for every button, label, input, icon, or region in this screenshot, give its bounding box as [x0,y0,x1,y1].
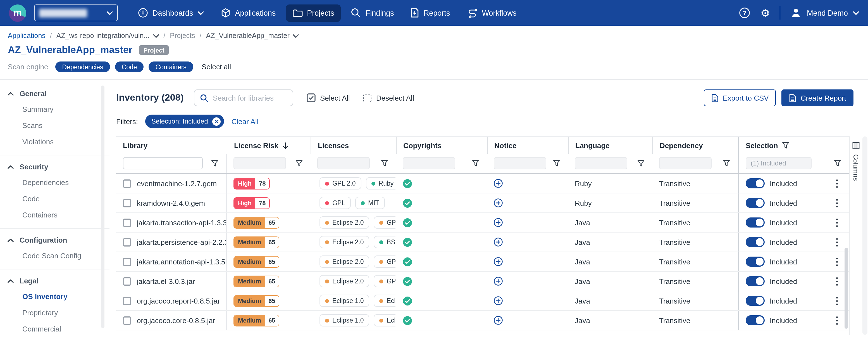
page-scrollbar-track[interactable] [862,136,867,335]
selection-toggle[interactable] [746,315,765,325]
scan-engine-chip-containers[interactable]: Containers [149,61,193,72]
sidebar-section-header-general[interactable]: General [0,86,110,101]
notice-expand-icon[interactable] [494,257,503,266]
sidebar-item-code-scan-config[interactable]: Code Scan Config [0,248,110,264]
sidebar-scrollbar[interactable] [101,86,104,328]
breadcrumb-dropdown[interactable]: AZ_VulnerableApp_master [206,32,299,40]
license-dot-red [325,201,329,205]
selection-toggle[interactable] [746,296,765,306]
mend-logo-icon[interactable]: m [9,4,26,22]
row-menu-kebab[interactable] [834,216,840,229]
row-menu-kebab[interactable] [834,197,840,209]
scan-engine-chip-dependencies[interactable]: Dependencies [56,61,110,72]
scan-engine-chip-code[interactable]: Code [115,61,144,72]
column-header-library[interactable]: Library [116,137,227,154]
breadcrumb-link[interactable]: Applications [8,32,45,40]
sidebar-item-dependencies[interactable]: Dependencies [0,174,110,191]
nav-item-projects[interactable]: Projects [286,4,341,22]
nav-item-workflows[interactable]: Workflows [460,3,523,22]
notice-expand-icon[interactable] [494,316,503,325]
notice-expand-icon[interactable] [494,237,503,247]
notice-expand-icon[interactable] [494,218,503,227]
column-header-licenses[interactable]: Licenses [311,137,396,154]
selection-toggle[interactable] [746,237,765,247]
sidebar-section-header-configuration[interactable]: Configuration [0,232,110,248]
sidebar-item-summary[interactable]: Summary [0,101,110,117]
selection-toggle[interactable] [746,257,765,267]
selection-toggle[interactable] [746,198,765,208]
search-input[interactable] [213,94,286,102]
sidebar-item-os-inventory[interactable]: OS Inventory [0,288,110,305]
nav-item-dashboards[interactable]: Dashboards [131,3,211,22]
library-filter-input[interactable] [123,157,203,169]
deselect-all-button[interactable]: Deselect All [363,94,414,102]
row-checkbox[interactable] [123,257,131,266]
license-dot-orange [379,299,383,303]
row-menu-kebab[interactable] [834,177,840,190]
help-icon[interactable]: ? [739,7,750,19]
user-menu[interactable]: Mend Demo [790,7,859,19]
breadcrumb-dropdown[interactable]: AZ_ws-repo-integration/vuln... [56,32,159,40]
row-menu-kebab[interactable] [834,294,840,307]
nav-item-reports[interactable]: Reports [404,3,457,22]
sidebar-item-commercial[interactable]: Commercial [0,321,110,337]
license-dot-orange [379,221,383,224]
funnel-icon[interactable] [211,160,218,167]
funnel-icon[interactable] [723,160,730,167]
row-menu-kebab[interactable] [834,314,840,327]
row-checkbox[interactable] [123,238,131,246]
notice-expand-icon[interactable] [494,296,503,305]
sidebar-section-header-legal[interactable]: Legal [0,273,110,288]
funnel-icon[interactable] [637,160,645,167]
row-checkbox[interactable] [123,296,131,305]
column-header-notice[interactable]: Notice [487,137,568,154]
row-checkbox[interactable] [123,277,131,285]
nav-item-applications[interactable]: Applications [214,3,283,22]
sidebar-section-security: SecurityDependenciesCodeContainers [0,155,110,229]
clear-all-filters-link[interactable]: Clear All [231,117,258,125]
selection-toggle[interactable] [746,218,765,228]
funnel-icon[interactable] [381,160,388,167]
funnel-icon[interactable] [782,142,789,149]
selection-filter-value[interactable]: (1) Included [746,157,812,169]
column-header-language[interactable]: Language [568,137,652,154]
sidebar-item-violations[interactable]: Violations [0,134,110,150]
selection-toggle[interactable] [746,178,765,189]
settings-gear-icon[interactable]: ⚙ [761,7,770,18]
row-menu-kebab[interactable] [834,236,840,249]
row-menu-kebab[interactable] [834,255,840,268]
sidebar-item-proprietary[interactable]: Proprietary [0,305,110,321]
row-checkbox[interactable] [123,179,131,188]
column-header-copyrights[interactable]: Copyrights [396,137,487,154]
row-checkbox[interactable] [123,316,131,324]
sidebar-item-containers[interactable]: Containers [0,207,110,223]
create-report-button[interactable]: Create Report [782,89,854,106]
export-to-csv-button[interactable]: Export to CSV [704,89,776,106]
org-selector-dropdown[interactable] [34,4,118,21]
sidebar-section-header-security[interactable]: Security [0,159,110,174]
column-header-label: Licenses [318,141,349,149]
select-all-button[interactable]: Select All [307,93,350,102]
row-checkbox[interactable] [123,218,131,227]
funnel-icon[interactable] [553,160,560,167]
notice-expand-icon[interactable] [494,277,503,286]
sidebar-item-scans[interactable]: Scans [0,117,110,134]
columns-rail[interactable]: Columns [849,136,862,335]
row-menu-kebab[interactable] [834,275,840,288]
remove-filter-icon[interactable]: ✕ [213,117,221,125]
row-checkbox[interactable] [123,199,131,207]
funnel-icon[interactable] [834,160,841,167]
sidebar-item-code[interactable]: Code [0,191,110,207]
column-header-license-risk[interactable]: License Risk [227,137,311,154]
column-header-dependency[interactable]: Dependency [652,137,738,154]
funnel-icon[interactable] [472,160,479,167]
funnel-icon[interactable] [296,160,303,167]
nav-item-findings[interactable]: Findings [344,3,401,22]
notice-expand-icon[interactable] [494,179,503,188]
scan-engine-select-all[interactable]: Select all [202,63,231,71]
table-scrollbar-thumb[interactable] [844,248,848,329]
notice-expand-icon[interactable] [494,198,503,207]
column-header-selection[interactable]: Selection [738,137,849,154]
selection-included-filter-chip[interactable]: Selection: Included ✕ [145,115,224,128]
selection-toggle[interactable] [746,276,765,286]
